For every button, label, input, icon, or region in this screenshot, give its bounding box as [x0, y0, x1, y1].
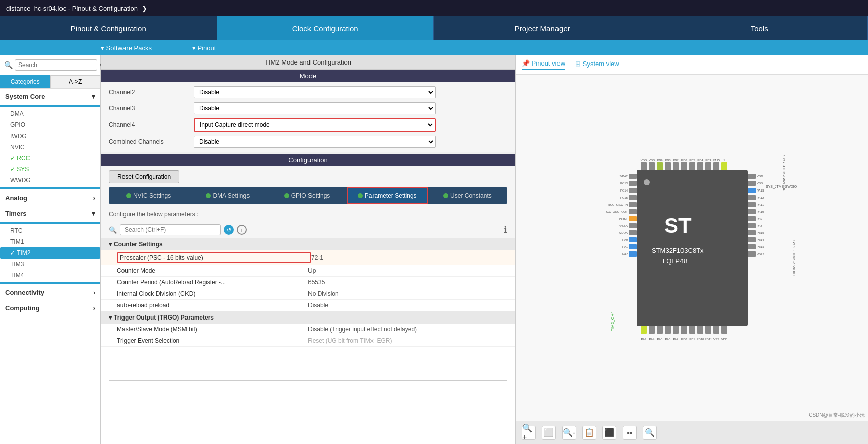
svg-rect-46 — [629, 188, 637, 193]
zoom-out-button[interactable]: 🔍- — [562, 426, 576, 440]
search-button[interactable]: 🔍 — [643, 426, 657, 440]
svg-rect-45 — [629, 181, 637, 186]
sidebar-item-rtc[interactable]: RTC — [0, 225, 100, 236]
sidebar-item-iwdg[interactable]: IWDG — [0, 131, 100, 142]
sidebar-item-tim4[interactable]: TIM4 — [0, 270, 100, 281]
channel3-select[interactable]: Disable — [194, 102, 436, 114]
sidebar-section-computing-label: Computing — [5, 304, 40, 312]
param-dot — [358, 193, 363, 198]
channel4-select[interactable]: Input Capture direct mode — [194, 118, 436, 132]
tab-clock-config[interactable]: Clock Configuration — [217, 16, 435, 40]
channel2-select[interactable]: Disable — [194, 86, 436, 98]
layers-button[interactable]: 📋 — [582, 426, 596, 440]
layout-button[interactable]: ⬛ — [602, 426, 616, 440]
sidebar-section-timers[interactable]: Timers ▾ — [0, 206, 100, 221]
refresh-icon[interactable]: ↺ — [224, 225, 234, 235]
titlebar-text: distance_hc-sr04.ioc - Pinout & Configur… — [6, 5, 138, 12]
svg-text:PB12: PB12 — [757, 252, 764, 256]
svg-text:PA6: PA6 — [665, 338, 671, 341]
tab-pinout-config[interactable]: Pinout & Configuration — [0, 16, 217, 40]
tab-tools[interactable]: Tools — [651, 16, 869, 40]
split-button[interactable]: ▪▪ — [623, 426, 637, 440]
sidebar-item-rcc[interactable]: RCC — [0, 153, 100, 164]
sidebar-section-analog[interactable]: Analog › — [0, 190, 100, 206]
svg-text:PB13: PB13 — [757, 245, 764, 248]
sidebar-item-tim3[interactable]: TIM3 — [0, 259, 100, 270]
svg-text:VSSA: VSSA — [619, 224, 627, 227]
sidebar-section-system-core[interactable]: System Core ▾ — [0, 89, 100, 104]
chevron-right-icon: › — [93, 194, 95, 202]
svg-rect-50 — [629, 216, 637, 221]
sidebar-item-tim2[interactable]: TIM2 — [0, 247, 100, 259]
chevron-right-icon-comp: › — [93, 304, 95, 312]
sidebar-item-sys[interactable]: SYS — [0, 164, 100, 175]
swdio-label: SYS_JTMS-SWDIO — [766, 185, 797, 189]
sidebar-item-dma[interactable]: DMA — [0, 108, 100, 119]
param-group-trgo[interactable]: ▾ Trigger Output (TRGO) Parameters — [101, 311, 515, 324]
param-search-input[interactable] — [120, 224, 221, 235]
svg-text:VSS: VSS — [648, 159, 654, 162]
autoreload-value: Disable — [308, 302, 499, 309]
sidebar-scroll[interactable]: System Core ▾ DMA GPIO IWDG NVIC RCC SYS… — [0, 89, 100, 444]
tab-pinout-view[interactable]: 📌 Pinout view — [522, 59, 565, 70]
sidebar-section-analog-label: Analog — [5, 194, 27, 202]
chevron-down-counter: ▾ — [109, 241, 112, 248]
sub-tab-pinout[interactable]: ▾ Pinout — [192, 44, 216, 52]
sidebar-item-nvic[interactable]: NVIC — [0, 142, 100, 153]
sidebar-section-connectivity[interactable]: Connectivity › — [0, 285, 100, 300]
mode-section-header: Mode — [101, 70, 515, 82]
tab-categories[interactable]: Categories — [0, 75, 50, 88]
config-tab-nvic[interactable]: NVIC Settings — [109, 187, 188, 204]
top-pins: VDD VSS PB9 PB8 PB7 PB6 PB5 PB4 PB3 PA15… — [640, 159, 727, 170]
mode-rows: Channel2 Disable Channel3 Disable Channe… — [101, 82, 515, 152]
sidebar-section-connectivity-label: Connectivity — [5, 289, 44, 296]
tab-system-view[interactable]: ⊞ System view — [575, 60, 619, 70]
config-tab-gpio[interactable]: GPIO Settings — [267, 187, 346, 204]
ckd-value: No Division — [308, 290, 499, 297]
sub-tab-software-packs[interactable]: ▾ Software Packs — [101, 44, 152, 52]
svg-text:PB11: PB11 — [704, 338, 712, 341]
more-options-icon[interactable]: ℹ — [504, 224, 507, 235]
svg-rect-54 — [629, 244, 637, 249]
svg-text:PA0: PA0 — [622, 238, 628, 241]
combined-select[interactable]: Disable — [194, 136, 436, 148]
config-tab-parameter[interactable]: Parameter Settings — [347, 187, 428, 204]
sidebar-section-computing[interactable]: Computing › — [0, 300, 100, 316]
channel3-label: Channel3 — [109, 105, 190, 112]
sidebar-item-tim1[interactable]: TIM1 — [0, 236, 100, 247]
svg-text:PB5: PB5 — [689, 159, 695, 162]
info-icon[interactable]: i — [237, 225, 247, 235]
sidebar-item-gpio[interactable]: GPIO — [0, 119, 100, 131]
chip-svg: SYS_JTCK-SWCLK SYS_JTMS-SWDIO TIM2_CH4 S… — [586, 140, 798, 356]
svg-text:PB3: PB3 — [705, 159, 711, 162]
reset-configuration-button[interactable]: Reset Configuration — [109, 170, 179, 183]
svg-text:PA3: PA3 — [641, 338, 647, 341]
config-tab-dma[interactable]: DMA Settings — [188, 187, 267, 204]
config-tabs: NVIC Settings DMA Settings GPIO Settings… — [109, 187, 507, 204]
fit-view-button[interactable]: ⬜ — [542, 426, 556, 440]
sidebar-item-wwdg[interactable]: WWDG — [0, 175, 100, 186]
param-group-counter[interactable]: ▾ Counter Settings — [101, 238, 515, 250]
param-row-ckd: Internal Clock Division (CKD) No Divisio… — [101, 288, 515, 300]
note-area — [109, 351, 507, 381]
zoom-in-button[interactable]: 🔍+ — [522, 426, 536, 440]
search-input[interactable] — [15, 59, 97, 71]
svg-rect-23 — [649, 326, 655, 334]
svg-rect-10 — [721, 162, 727, 170]
search-icon-param: 🔍 — [109, 226, 117, 234]
svg-text:PC13: PC13 — [619, 182, 628, 185]
titlebar-arrow: ❯ — [142, 5, 147, 12]
mode-row-channel2: Channel2 Disable — [101, 84, 515, 100]
sidebar: 🔍 ⚙ Categories A->Z System Core ▾ DMA GP… — [0, 55, 101, 444]
gpio-dot — [284, 193, 289, 198]
svg-rect-76 — [748, 230, 756, 235]
config-tab-user-constants[interactable]: User Constants — [428, 187, 507, 204]
config-section-header: Configuration — [101, 154, 515, 166]
svg-rect-49 — [629, 209, 637, 214]
tab-project-manager[interactable]: Project Manager — [434, 16, 651, 40]
svg-rect-0 — [641, 162, 647, 170]
svg-rect-28 — [689, 326, 695, 334]
user-dot — [443, 193, 448, 198]
section-divider-timers — [0, 222, 100, 224]
tab-a-to-z[interactable]: A->Z — [50, 75, 101, 88]
